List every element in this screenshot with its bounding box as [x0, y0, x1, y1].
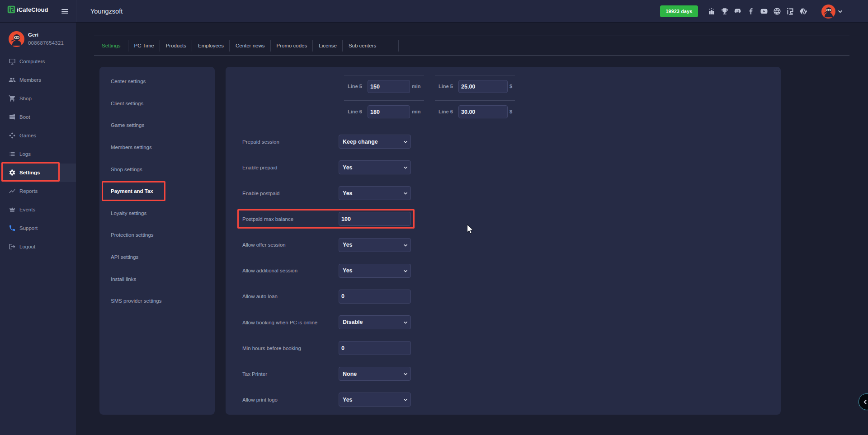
license-days-button[interactable]: 19923 days — [660, 5, 698, 17]
select-value: Keep change — [343, 139, 378, 145]
tab-pc-time[interactable]: PC Time — [128, 36, 160, 55]
settings-nav-center-settings[interactable]: Center settings — [99, 70, 215, 93]
input-postpaid-max-balance[interactable] — [339, 212, 411, 226]
form-row-enable-postpaid: Enable postpaidYes — [226, 180, 781, 206]
select-allow-additional-session[interactable]: Yes — [339, 264, 411, 278]
price-line-row: Line 6$ — [435, 100, 515, 126]
form-label: Allow additional session — [242, 258, 297, 284]
icafe-icon[interactable] — [786, 7, 794, 15]
menu-toggle-icon[interactable] — [61, 9, 68, 14]
price-line-input[interactable] — [368, 105, 410, 118]
tab-promo-codes[interactable]: Promo codes — [271, 36, 313, 55]
tab-center-news[interactable]: Center news — [230, 36, 271, 55]
settings-nav-install-links[interactable]: Install links — [99, 268, 215, 290]
user-avatar — [9, 31, 24, 47]
trophy-icon[interactable] — [721, 7, 729, 15]
chevron-down-icon — [402, 139, 409, 145]
sidebar-item-shop[interactable]: Shop — [0, 89, 76, 108]
form-row-allow-offer-session: Allow offer sessionYes — [226, 232, 781, 258]
boot-icon — [9, 113, 16, 121]
sidebar-user[interactable]: Geri 008687654321 — [0, 23, 76, 52]
games-icon — [9, 132, 16, 139]
sidebar-item-logout[interactable]: Logout — [0, 237, 76, 256]
sidebar-item-events[interactable]: Events — [0, 200, 76, 219]
form-row-allow-booking-when-pc-is-online: Allow booking when PC is onlineDisable — [226, 309, 781, 335]
select-value: None — [343, 371, 357, 377]
form-label: Tax Printer — [242, 361, 267, 387]
form-label: Prepaid session — [242, 129, 279, 154]
settings-nav-payment-and-tax[interactable]: Payment and Tax — [99, 180, 215, 202]
app-logo[interactable]: iCafeCloud — [7, 5, 48, 14]
layers-icon[interactable] — [799, 7, 807, 15]
tab-license[interactable]: License — [313, 36, 343, 55]
sidebar-item-settings[interactable]: Settings — [0, 163, 76, 182]
input-allow-auto-loan[interactable] — [339, 290, 411, 304]
select-allow-print-logo[interactable]: Yes — [339, 393, 411, 407]
price-line-row: Line 6min — [344, 100, 424, 126]
sidebar-item-computers[interactable]: Computers — [0, 52, 76, 70]
sidebar-item-label: Shop — [19, 96, 32, 101]
form-row-prepaid-session: Prepaid sessionKeep change — [226, 129, 781, 154]
settings-nav-protection-settings[interactable]: Protection settings — [99, 224, 215, 246]
form-label: Enable postpaid — [242, 180, 279, 206]
settings-nav-sms-provider-settings[interactable]: SMS provider settings — [99, 290, 215, 312]
events-icon — [9, 206, 16, 213]
settings-icon — [9, 169, 16, 176]
discord-icon[interactable] — [734, 7, 742, 15]
tab-sub-centers[interactable]: Sub centers — [343, 36, 399, 55]
select-enable-postpaid[interactable]: Yes — [339, 186, 411, 200]
members-icon — [9, 76, 16, 84]
price-line-input[interactable] — [368, 80, 410, 93]
chevron-down-icon — [402, 164, 409, 171]
settings-nav-members-settings[interactable]: Members settings — [99, 136, 215, 159]
settings-nav-loyalty-settings[interactable]: Loyalty settings — [99, 202, 215, 225]
price-lines-grid: Line 5minLine 6minLine 5$Line 6$ — [344, 75, 515, 126]
form-label: Enable prepaid — [242, 154, 277, 180]
input-min-hours-before-booking[interactable] — [339, 341, 411, 355]
sidebar-item-games[interactable]: Games — [0, 126, 76, 145]
youtube-icon[interactable] — [760, 7, 768, 15]
select-allow-booking-when-pc-is-online[interactable]: Disable — [339, 315, 411, 329]
globe-icon[interactable] — [773, 7, 781, 15]
tab-employees[interactable]: Employees — [192, 36, 230, 55]
facebook-icon[interactable] — [747, 7, 755, 15]
topbar: iCafeCloud Youngzsoft 19923 days — [0, 0, 868, 23]
topbar-avatar[interactable] — [821, 5, 835, 19]
price-line-row: Line 5$ — [435, 75, 515, 100]
price-line-label: Line 6 — [348, 105, 368, 118]
sidebar-item-members[interactable]: Members — [0, 70, 76, 89]
chat-collapse-button[interactable] — [859, 393, 868, 410]
topbar-chevron-down-icon[interactable] — [837, 8, 844, 15]
settings-nav-shop-settings[interactable]: Shop settings — [99, 158, 215, 180]
select-tax-printer[interactable]: None — [339, 367, 411, 381]
sidebar-item-reports[interactable]: Reports — [0, 182, 76, 200]
form-label: Allow booking when PC is online — [242, 309, 317, 335]
select-enable-prepaid[interactable]: Yes — [339, 160, 411, 174]
logs-icon — [9, 150, 16, 158]
tab-products[interactable]: Products — [160, 36, 192, 55]
sidebar-item-label: Events — [19, 207, 35, 212]
price-line-input[interactable] — [458, 80, 508, 93]
sidebar-item-label: Boot — [19, 114, 30, 120]
sidebar-item-logs[interactable]: Logs — [0, 145, 76, 163]
select-prepaid-session[interactable]: Keep change — [339, 135, 411, 149]
app-logo-icon — [7, 5, 15, 14]
leaderboard-icon[interactable] — [708, 7, 716, 15]
chevron-down-icon — [402, 268, 409, 274]
settings-nav-client-settings[interactable]: Client settings — [99, 93, 215, 115]
select-allow-offer-session[interactable]: Yes — [339, 238, 411, 252]
tab-settings[interactable]: Settings — [94, 36, 128, 55]
sidebar-item-label: Games — [19, 133, 36, 138]
user-phone: 008687654321 — [28, 40, 64, 46]
support-icon — [9, 225, 16, 232]
sidebar: Geri 008687654321 ComputersMembersShopBo… — [0, 23, 76, 435]
sidebar-item-boot[interactable]: Boot — [0, 108, 76, 126]
price-line-input[interactable] — [458, 105, 508, 118]
sidebar-item-label: Settings — [19, 170, 40, 175]
form-row-allow-print-logo: Allow print logoYes — [226, 387, 781, 412]
settings-nav-list: Center settingsClient settingsGame setti… — [99, 70, 215, 312]
settings-nav-api-settings[interactable]: API settings — [99, 246, 215, 268]
form-label: Allow auto loan — [242, 284, 278, 309]
settings-nav-game-settings[interactable]: Game settings — [99, 114, 215, 136]
sidebar-item-support[interactable]: Support — [0, 219, 76, 237]
